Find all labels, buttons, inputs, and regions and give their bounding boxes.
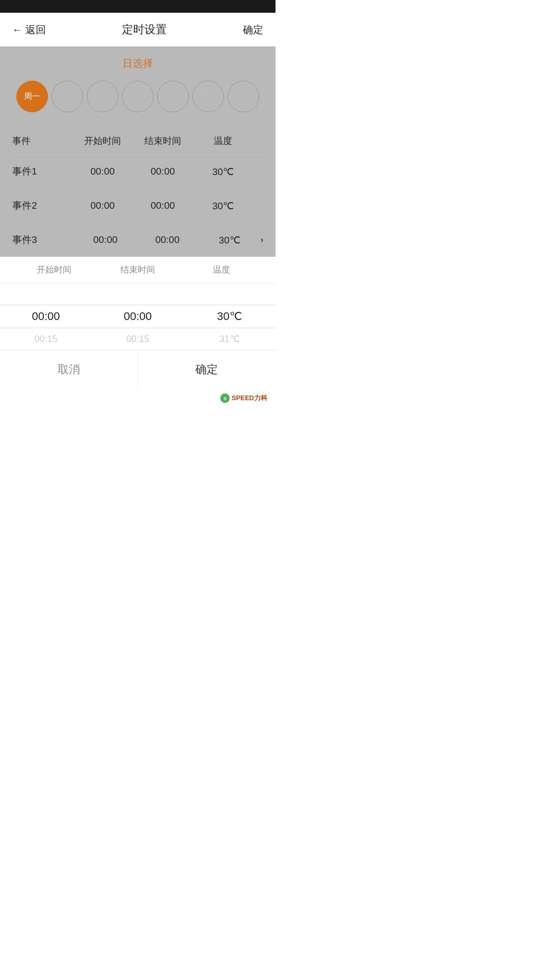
header-event: 事件: [12, 135, 72, 147]
nav-confirm-button[interactable]: 确定: [243, 23, 263, 37]
row-start-0: 00:00: [72, 166, 133, 177]
day-circle-wed[interactable]: 周三: [87, 81, 118, 112]
row-arrow-1: ›: [253, 201, 263, 211]
back-label: 返回: [26, 23, 46, 37]
page-title: 定时设置: [122, 22, 167, 37]
cancel-button[interactable]: 取消: [0, 351, 138, 388]
picker-next-row: 00:1500:1531℃: [0, 328, 276, 350]
row-event-2: 事件3: [12, 233, 74, 247]
logo-icon: S: [219, 393, 231, 404]
picker-next-col-1: 00:15: [92, 334, 184, 345]
picker-col-header-2: 温度: [180, 264, 263, 276]
picker-col-header-1: 结束时间: [96, 264, 180, 276]
row-event-0: 事件1: [12, 165, 72, 178]
day-section: 日选择 周一周二周三周四周五周六周日: [0, 46, 276, 117]
confirm-button[interactable]: 确定: [138, 351, 276, 388]
day-circles: 周一周二周三周四周五周六周日: [12, 81, 263, 112]
picker-column-headers: 开始时间结束时间温度: [0, 257, 276, 283]
logo-text-label: SPEED力科: [232, 394, 267, 403]
table-header: 事件 开始时间 结束时间 温度: [12, 128, 263, 155]
table-row[interactable]: 事件2 00:00 00:00 30℃ ›: [12, 189, 263, 223]
picker-selected-row: 00:0000:0030℃: [0, 305, 276, 328]
svg-text:S: S: [223, 396, 227, 401]
top-nav: ← 返回 定时设置 确定: [0, 13, 276, 46]
back-arrow-icon: ←: [12, 24, 22, 36]
row-temp-2: 30℃: [198, 234, 261, 246]
table-section: 事件 开始时间 结束时间 温度 事件1 00:00 00:00 30℃ › 事件…: [0, 122, 276, 257]
row-event-1: 事件2: [12, 199, 72, 212]
picker-next-col-0: 00:15: [0, 334, 92, 345]
row-end-0: 00:00: [133, 166, 193, 177]
picker-col-header-0: 开始时间: [12, 264, 96, 276]
row-temp-0: 30℃: [193, 166, 253, 178]
picker-body: 00:0000:0030℃ 00:1500:1531℃: [0, 283, 276, 350]
main-content: 日选择 周一周二周三周四周五周六周日 事件 开始时间 结束时间 温度 事件1 0…: [0, 46, 276, 257]
logo: S SPEED力科: [219, 393, 267, 404]
row-arrow-0: ›: [253, 166, 263, 177]
row-start-1: 00:00: [72, 200, 133, 211]
logo-area: S SPEED力科: [0, 388, 276, 408]
row-end-1: 00:00: [133, 200, 193, 211]
picker-next-col-2: 31℃: [184, 333, 276, 345]
day-circle-fri[interactable]: 周五: [157, 81, 189, 112]
table-row[interactable]: 事件1 00:00 00:00 30℃ ›: [12, 155, 263, 189]
row-start-2: 00:00: [74, 234, 137, 246]
bottom-actions: 取消 确定: [0, 350, 276, 388]
back-button[interactable]: ← 返回: [12, 23, 46, 37]
picker-selected-col-0: 00:00: [0, 310, 92, 323]
table-rows: 事件1 00:00 00:00 30℃ › 事件2 00:00 00:00 30…: [12, 155, 263, 257]
picker-selected-col-1: 00:00: [92, 310, 184, 323]
status-bar: [0, 0, 276, 13]
day-circle-sat[interactable]: 周六: [192, 81, 224, 112]
picker-selected-col-2: 30℃: [184, 310, 276, 323]
row-arrow-2: ›: [261, 235, 263, 244]
day-circle-thu[interactable]: 周四: [122, 81, 154, 112]
day-circle-sun[interactable]: 周日: [228, 81, 259, 112]
row-end-2: 00:00: [136, 234, 198, 246]
day-circle-tue[interactable]: 周二: [52, 81, 83, 112]
row-temp-1: 30℃: [193, 200, 253, 212]
picker-panel: 开始时间结束时间温度 00:0000:0030℃ 00:1500:1531℃ 取…: [0, 257, 276, 408]
header-start: 开始时间: [72, 135, 133, 147]
day-section-label: 日选择: [12, 57, 263, 70]
day-circle-mon[interactable]: 周一: [16, 81, 48, 112]
table-row-partial[interactable]: 事件3 00:00 00:00 30℃ ›: [12, 223, 263, 257]
header-temp: 温度: [193, 135, 253, 147]
header-end: 结束时间: [133, 135, 193, 147]
